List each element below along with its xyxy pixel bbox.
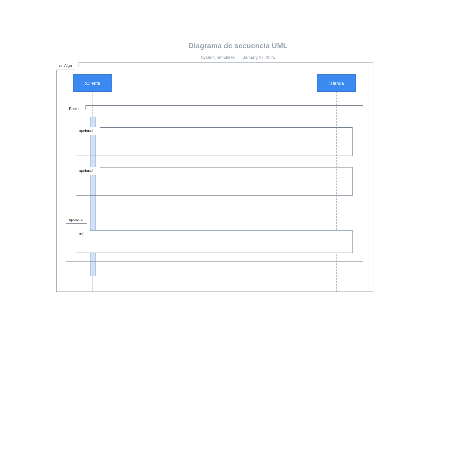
opt-frame-1[interactable]: opcional xyxy=(76,127,353,156)
opt-frame-2-label: opcional xyxy=(76,167,100,175)
lifeline-tienda[interactable]: :Tienda xyxy=(317,74,356,92)
diagram-title: Diagrama de secuencia UML xyxy=(186,42,291,52)
diagram-canvas: Diagrama de secuencia UML System Templat… xyxy=(0,0,476,476)
opt-frame-2[interactable]: opcional xyxy=(76,167,353,196)
opt-frame-3-label: opcional xyxy=(66,216,90,224)
diagram-subtitle: System Templates | January 27, 2025 xyxy=(0,55,476,60)
ref-frame-label: ref xyxy=(76,230,90,238)
lifeline-line-cliente-bottom xyxy=(93,276,93,292)
loop-frame-label: Bucle xyxy=(66,105,86,113)
sd-frame-label: ds Algo xyxy=(56,62,79,70)
lifeline-tienda-label: :Tienda xyxy=(329,81,344,86)
author-label: System Templates xyxy=(201,55,235,60)
ref-frame[interactable]: ref xyxy=(76,230,353,253)
subtitle-divider: | xyxy=(238,55,239,60)
date-label: January 27, 2025 xyxy=(243,55,275,60)
lifeline-cliente[interactable]: :Cliente xyxy=(73,74,112,92)
lifeline-cliente-label: :Cliente xyxy=(85,81,100,86)
opt-frame-1-label: opcional xyxy=(76,127,100,135)
title-block: Diagrama de secuencia UML System Templat… xyxy=(0,42,476,60)
